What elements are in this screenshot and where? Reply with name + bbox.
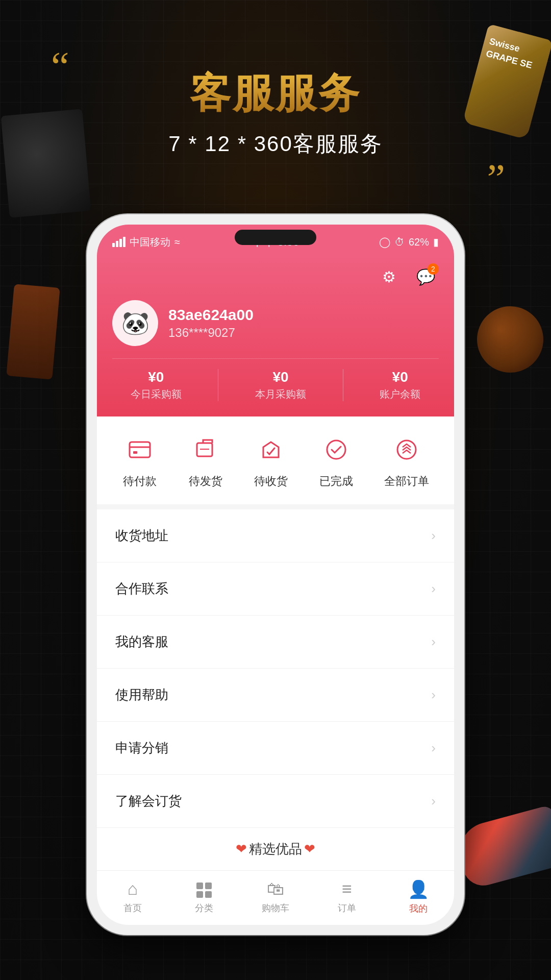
settings-icon: ⚙ <box>382 268 396 286</box>
nav-item-home[interactable]: ⌂ 首页 <box>97 879 168 915</box>
menu-item-about[interactable]: 了解会订货 › <box>97 775 454 828</box>
order-item-pending-ship[interactable]: 待发货 <box>188 432 223 489</box>
user-row: 🐼 83ae624a00 136****9027 <box>112 300 439 346</box>
heart-left-icon: ❤ <box>236 841 247 856</box>
stat-month-value: ¥0 <box>255 369 306 385</box>
battery-icon: ▮ <box>433 236 439 248</box>
menu-item-help-label: 使用帮助 <box>115 686 168 704</box>
pending-receive-label: 待收货 <box>254 474 288 489</box>
stats-row: ¥0 今日采购额 ¥0 本月采购额 ¥0 账户余额 <box>112 358 439 401</box>
hero-title: 客服服务 <box>0 66 551 121</box>
menu-item-customer-service[interactable]: 我的客服 › <box>97 616 454 669</box>
order-item-pending-receive[interactable]: 待收货 <box>253 432 289 489</box>
nav-label-category: 分类 <box>195 902 213 914</box>
order-section: 待付款 待发货 <box>97 416 454 509</box>
chevron-right-icon-6: › <box>431 793 436 809</box>
completed-label: 已完成 <box>319 474 353 489</box>
menu-item-distribution[interactable]: 申请分销 › <box>97 722 454 775</box>
app-header: ⚙ 💬 2 🐼 83ae624a00 136****9027 <box>97 255 454 416</box>
signal-icon <box>112 237 126 247</box>
username: 83ae624a00 <box>168 306 254 324</box>
phone-screen: 中国移动 ≈ 下午 3:50 ◯ ⏱ 62% ▮ ⚙ <box>97 225 454 925</box>
orders-icon: ≡ <box>342 879 352 899</box>
chevron-right-icon-5: › <box>431 740 436 756</box>
nav-label-home: 首页 <box>123 902 142 914</box>
menu-item-address[interactable]: 收货地址 › <box>97 509 454 562</box>
avatar[interactable]: 🐼 <box>112 300 158 346</box>
wifi-icon: ≈ <box>174 236 180 248</box>
menu-item-help[interactable]: 使用帮助 › <box>97 669 454 722</box>
status-left: 中国移动 ≈ <box>112 235 180 249</box>
menu-item-cooperation[interactable]: 合作联系 › <box>97 562 454 616</box>
menu-item-cooperation-label: 合作联系 <box>115 580 168 598</box>
menu-item-address-label: 收货地址 <box>115 527 168 545</box>
bottom-nav: ⌂ 首页 分类 🛍 购物车 <box>97 870 454 925</box>
chevron-right-icon-4: › <box>431 687 436 703</box>
menu-list: 收货地址 › 合作联系 › 我的客服 › 使用帮助 › 申请分销 › <box>97 509 454 828</box>
nav-item-orders[interactable]: ≡ 订单 <box>311 879 383 915</box>
svg-rect-0 <box>130 442 150 457</box>
order-item-pending-pay[interactable]: 待付款 <box>122 432 158 489</box>
header-icons: ⚙ 💬 2 <box>112 263 439 290</box>
nav-item-cart[interactable]: 🛍 购物车 <box>240 879 311 915</box>
alarm-icon: ⏱ <box>394 236 405 248</box>
nav-label-profile: 我的 <box>409 902 428 915</box>
chevron-right-icon-2: › <box>431 581 436 597</box>
svg-rect-7 <box>196 883 203 889</box>
stat-today-value: ¥0 <box>131 369 182 385</box>
featured-text: 精选优品 <box>249 841 302 856</box>
stat-divider-2 <box>343 369 343 401</box>
order-item-completed[interactable]: 已完成 <box>318 432 354 489</box>
chevron-right-icon: › <box>431 528 436 544</box>
user-info: 83ae624a00 136****9027 <box>168 306 254 340</box>
menu-item-about-label: 了解会订货 <box>115 792 182 810</box>
profile-icon: 👤 <box>408 879 429 899</box>
stat-divider-1 <box>218 369 218 401</box>
svg-rect-2 <box>133 451 137 454</box>
chevron-right-icon-3: › <box>431 634 436 650</box>
phone-frame: 中国移动 ≈ 下午 3:50 ◯ ⏱ 62% ▮ ⚙ <box>87 214 464 935</box>
svg-rect-10 <box>205 891 212 898</box>
category-icon <box>195 879 213 899</box>
order-item-all[interactable]: 全部订单 <box>384 432 429 489</box>
clock-icon: ◯ <box>379 236 390 248</box>
stat-balance: ¥0 账户余额 <box>380 369 420 401</box>
stat-month: ¥0 本月采购额 <box>255 369 306 401</box>
nav-label-cart: 购物车 <box>262 902 289 914</box>
heart-right-icon: ❤ <box>304 841 315 856</box>
message-button[interactable]: 💬 2 <box>412 263 439 290</box>
svg-point-5 <box>327 440 345 459</box>
menu-item-dist-label: 申请分销 <box>115 739 168 757</box>
deco-ball <box>477 306 543 373</box>
all-orders-icon <box>389 432 424 468</box>
status-right: ◯ ⏱ 62% ▮ <box>379 236 439 248</box>
menu-item-cs-label: 我的客服 <box>115 633 168 651</box>
pending-receive-icon <box>253 432 289 468</box>
nav-item-category[interactable]: 分类 <box>168 879 240 915</box>
avatar-icon: 🐼 <box>121 310 149 336</box>
nav-item-profile[interactable]: 👤 我的 <box>383 879 454 915</box>
stat-month-label: 本月采购额 <box>255 387 306 401</box>
cart-icon: 🛍 <box>267 879 284 899</box>
hero-section: 客服服务 7 * 12 * 360客服服务 <box>0 66 551 158</box>
svg-rect-8 <box>205 883 212 889</box>
message-badge: 2 <box>428 263 439 275</box>
nav-label-orders: 订单 <box>338 902 356 914</box>
svg-rect-9 <box>196 891 203 898</box>
completed-icon <box>318 432 354 468</box>
phone-notch <box>235 230 316 245</box>
pending-pay-icon <box>122 432 158 468</box>
deco-shoe <box>449 786 551 888</box>
featured-section: ❤ 精选优品 ❤ <box>97 828 454 870</box>
pending-pay-label: 待付款 <box>123 474 157 489</box>
stat-today-label: 今日采购额 <box>131 387 182 401</box>
stat-today: ¥0 今日采购额 <box>131 369 182 401</box>
home-icon: ⌂ <box>128 879 138 899</box>
phone-mockup: 中国移动 ≈ 下午 3:50 ◯ ⏱ 62% ▮ ⚙ <box>87 214 464 935</box>
hero-subtitle: 7 * 12 * 360客服服务 <box>0 130 551 158</box>
stat-balance-value: ¥0 <box>380 369 420 385</box>
settings-button[interactable]: ⚙ <box>375 263 402 290</box>
deco-bottle2 <box>6 284 60 379</box>
carrier-label: 中国移动 <box>130 235 170 249</box>
all-orders-label: 全部订单 <box>384 474 429 489</box>
